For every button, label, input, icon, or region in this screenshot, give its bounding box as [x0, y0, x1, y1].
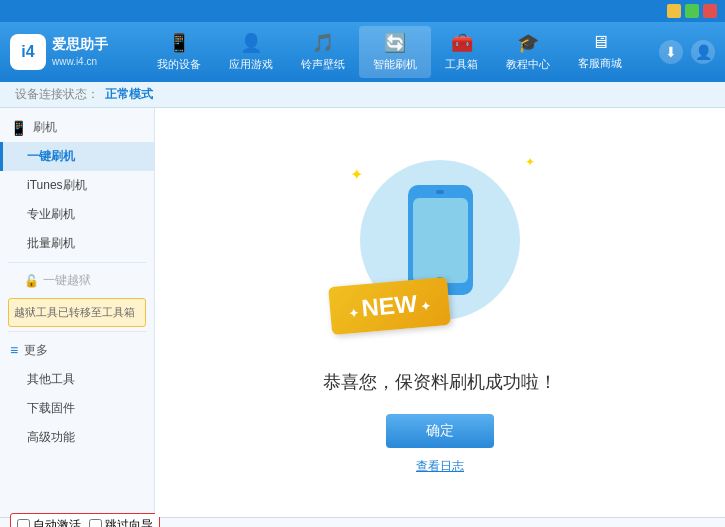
sidebar-divider-1 — [8, 262, 146, 263]
more-group-icon: ≡ — [10, 342, 18, 358]
user-btn[interactable]: 👤 — [691, 40, 715, 64]
sidebar: 📱 刷机 一键刷机 iTunes刷机 专业刷机 批量刷机 🔓 一键越狱 越狱工具… — [0, 108, 155, 517]
sidebar-item-batch-flash[interactable]: 批量刷机 — [0, 229, 154, 258]
auto-activate-label[interactable]: 自动激活 — [17, 517, 81, 527]
nav-tutorials[interactable]: 🎓 教程中心 — [492, 26, 564, 78]
phone-camera — [436, 190, 444, 194]
jailbreak-lock-icon: 🔓 — [24, 274, 39, 288]
sidebar-item-download-firmware[interactable]: 下载固件 — [0, 394, 154, 423]
sidebar-item-advanced[interactable]: 高级功能 — [0, 423, 154, 452]
skip-guide-checkbox[interactable] — [89, 519, 102, 527]
nav-my-device[interactable]: 📱 我的设备 — [143, 26, 215, 78]
nav-service[interactable]: 🖥 客服商城 — [564, 26, 636, 78]
phone-screen — [413, 198, 468, 283]
log-link[interactable]: 查看日志 — [416, 458, 464, 475]
win-close-btn[interactable] — [703, 4, 717, 18]
sidebar-item-one-key-flash[interactable]: 一键刷机 — [0, 142, 154, 171]
my-device-icon: 📱 — [168, 32, 190, 54]
sidebar-item-other-tools[interactable]: 其他工具 — [0, 365, 154, 394]
subheader-prefix: 设备连接状态： — [15, 86, 99, 103]
logo-icon: i4 — [10, 34, 46, 70]
sidebar-jailbreak-header: 🔓 一键越狱 — [0, 267, 154, 294]
toolbox-icon: 🧰 — [451, 32, 473, 54]
header: i4 爱思助手 www.i4.cn 📱 我的设备 👤 应用游戏 🎵 铃声壁纸 🔄… — [0, 22, 725, 82]
nav-tabs: 📱 我的设备 👤 应用游戏 🎵 铃声壁纸 🔄 智能刷机 🧰 工具箱 🎓 教程中心… — [120, 26, 659, 78]
footer-checkbox-row: 自动激活 跳过向导 — [10, 513, 160, 527]
sparkle-topleft: ✦ — [350, 165, 363, 184]
success-message: 恭喜您，保资料刷机成功啦！ — [323, 370, 557, 394]
content-area: ✦ ✦ ✦ NEW 恭喜您，保资料刷机成功啦！ 确定 查看日志 — [155, 108, 725, 517]
main-layout: 📱 刷机 一键刷机 iTunes刷机 专业刷机 批量刷机 🔓 一键越狱 越狱工具… — [0, 108, 725, 517]
sidebar-item-pro-flash[interactable]: 专业刷机 — [0, 200, 154, 229]
logo-text: 爱思助手 www.i4.cn — [52, 35, 108, 69]
service-icon: 🖥 — [591, 32, 609, 53]
sidebar-notice: 越狱工具已转移至工具箱 — [8, 298, 146, 327]
logo: i4 爱思助手 www.i4.cn — [10, 34, 120, 70]
header-right: ⬇ 👤 — [659, 40, 715, 64]
sub-header: 设备连接状态： 正常模式 — [0, 82, 725, 108]
smart-flash-icon: 🔄 — [384, 32, 406, 54]
sidebar-divider-2 — [8, 331, 146, 332]
footer-left: 自动激活 跳过向导 📱 iPhone 15 Pro Max 512GB iPho… — [10, 513, 160, 527]
subheader-status: 正常模式 — [105, 86, 153, 103]
sidebar-item-itunes-flash[interactable]: iTunes刷机 — [0, 171, 154, 200]
sidebar-group-flash: 📱 刷机 一键刷机 iTunes刷机 专业刷机 批量刷机 — [0, 113, 154, 258]
tutorials-icon: 🎓 — [517, 32, 539, 54]
new-banner: NEW — [328, 277, 450, 335]
nav-ringtones[interactable]: 🎵 铃声壁纸 — [287, 26, 359, 78]
nav-smart-flash[interactable]: 🔄 智能刷机 — [359, 26, 431, 78]
download-btn[interactable]: ⬇ — [659, 40, 683, 64]
skip-guide-label[interactable]: 跳过向导 — [89, 517, 153, 527]
confirm-button[interactable]: 确定 — [386, 414, 494, 448]
win-max-btn[interactable] — [685, 4, 699, 18]
win-min-btn[interactable] — [667, 4, 681, 18]
nav-toolbox[interactable]: 🧰 工具箱 — [431, 26, 492, 78]
auto-activate-checkbox[interactable] — [17, 519, 30, 527]
sidebar-group-more: ≡ 更多 其他工具 下载固件 高级功能 — [0, 336, 154, 452]
sidebar-group-flash-header: 📱 刷机 — [0, 113, 154, 142]
nav-apps-games[interactable]: 👤 应用游戏 — [215, 26, 287, 78]
sidebar-group-more-header: ≡ 更多 — [0, 336, 154, 365]
apps-games-icon: 👤 — [240, 32, 262, 54]
flash-group-icon: 📱 — [10, 120, 27, 136]
ringtones-icon: 🎵 — [312, 32, 334, 54]
sparkle-topright: ✦ — [525, 155, 535, 169]
phone-illustration: ✦ ✦ ✦ NEW — [330, 150, 550, 350]
sidebar-group-jailbreak: 🔓 一键越狱 越狱工具已转移至工具箱 — [0, 267, 154, 327]
footer: 自动激活 跳过向导 📱 iPhone 15 Pro Max 512GB iPho… — [0, 517, 725, 527]
